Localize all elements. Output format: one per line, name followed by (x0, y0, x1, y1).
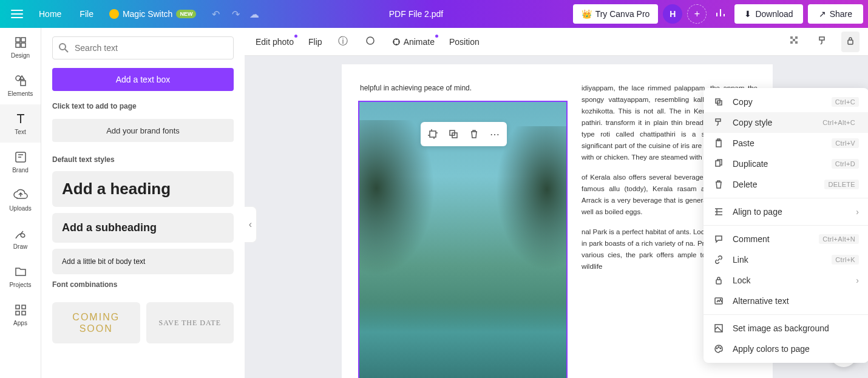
add-heading-button[interactable]: Add a heading (52, 171, 234, 207)
animate-button[interactable]: Animate (389, 33, 437, 50)
ctx-link-shortcut: Ctrl+K (832, 255, 859, 265)
ctx-align[interactable]: Align to page › (704, 201, 868, 222)
animate-icon (392, 37, 401, 47)
sidebar-uploads[interactable]: Uploads (0, 181, 41, 219)
ctx-copy-style-label: Copy style (733, 118, 810, 127)
svg-rect-26 (716, 119, 721, 121)
home-link[interactable]: Home (30, 4, 70, 24)
image-floating-toolbar: ⋯ (421, 122, 507, 146)
chevron-right-icon: › (856, 275, 859, 285)
icon-sidebar: Design Elements Text Brand Uploads Draw … (0, 28, 41, 378)
svg-rect-8 (22, 305, 25, 309)
more-button[interactable]: ⋯ (485, 124, 504, 144)
svg-point-35 (720, 348, 721, 349)
sidebar-text[interactable]: Text (0, 104, 41, 143)
palette-icon (713, 344, 724, 354)
ctx-separator (704, 314, 868, 315)
svg-rect-3 (21, 43, 25, 47)
copy-style-icon-button[interactable] (813, 32, 832, 52)
add-subheading-button[interactable]: Add a subheading (52, 213, 234, 243)
try-pro-button[interactable]: 👑 Try Canva Pro (573, 4, 659, 24)
click-text-label: Click text to add to page (52, 102, 234, 110)
sidebar-apps[interactable]: Apps (0, 295, 41, 334)
svg-rect-29 (716, 161, 720, 166)
crop-button[interactable] (423, 124, 442, 144)
top-bar: Home File Magic Switch NEW ↶ ↷ ☁ PDF Fil… (0, 0, 868, 28)
hide-panel-tab[interactable]: ‹ (245, 206, 257, 243)
sidebar-draw[interactable]: Draw (0, 219, 41, 257)
ctx-paste[interactable]: Paste Ctrl+V (704, 133, 868, 154)
sidebar-text-label: Text (15, 129, 25, 135)
menu-button[interactable] (5, 4, 29, 24)
flip-button[interactable]: Flip (306, 33, 325, 50)
cloud-sync-icon[interactable]: ☁ (249, 8, 259, 20)
sidebar-elements[interactable]: Elements (0, 66, 41, 104)
ctx-copy-style[interactable]: Copy style Ctrl+Alt+C (704, 112, 868, 133)
share-label: Share (830, 9, 852, 19)
canvas-area: Edit photo Flip ⓘ Animate Position (245, 28, 868, 378)
svg-rect-17 (790, 41, 793, 44)
combo-save-date-text: SAVE THE DATE (158, 319, 221, 328)
user-avatar[interactable]: H (663, 4, 682, 24)
ctx-set-bg-label: Set image as background (733, 323, 859, 333)
undo-button[interactable]: ↶ (208, 5, 223, 24)
ctx-duplicate[interactable]: Duplicate Ctrl+D (704, 154, 868, 174)
ctx-delete-label: Delete (733, 180, 816, 189)
download-label: Download (755, 9, 793, 19)
document-title[interactable]: PDF File 2.pdf (262, 9, 570, 19)
transparency-button[interactable] (785, 32, 804, 52)
ctx-apply-colors[interactable]: Apply colors to page (704, 339, 868, 359)
add-text-box-button[interactable]: Add a text box (52, 68, 234, 91)
crown-icon: 👑 (581, 9, 592, 19)
svg-point-33 (716, 348, 717, 349)
edit-photo-button[interactable]: Edit photo (253, 33, 296, 50)
background-icon (713, 323, 724, 333)
position-button[interactable]: Position (447, 33, 482, 50)
ctx-delete-shortcut: DELETE (824, 180, 859, 189)
effects-button[interactable] (361, 32, 379, 52)
topbar-right: 👑 Try Canva Pro H + ⬇ Download ↗ Share (573, 4, 863, 24)
redo-button[interactable]: ↷ (228, 5, 243, 24)
ctx-apply-colors-label: Apply colors to page (733, 344, 859, 354)
main-area: Design Elements Text Brand Uploads Draw … (0, 28, 868, 378)
sidebar-uploads-label: Uploads (9, 205, 32, 212)
brand-fonts-button[interactable]: Add your brand fonts (52, 119, 234, 142)
search-input[interactable] (52, 36, 234, 59)
file-menu[interactable]: File (71, 4, 102, 24)
ctx-copy-label: Copy (733, 97, 823, 107)
share-button[interactable]: ↗ Share (808, 4, 863, 24)
svg-rect-2 (16, 43, 20, 47)
ctx-delete[interactable]: Delete DELETE (704, 174, 868, 195)
combo-coming-soon-text: COMINGSOON (72, 311, 120, 334)
download-button[interactable]: ⬇ Download (734, 4, 802, 24)
ctx-copy[interactable]: Copy Ctrl+C (704, 92, 868, 112)
ctx-comment[interactable]: Comment Ctrl+Alt+N (704, 229, 868, 249)
ctx-link[interactable]: Link Ctrl+K (704, 249, 868, 270)
info-button[interactable]: ⓘ (334, 32, 351, 52)
combo-coming-soon[interactable]: COMINGSOON (52, 302, 140, 343)
new-indicator-dot (435, 35, 438, 38)
ctx-paste-shortcut: Ctrl+V (832, 138, 859, 148)
ctx-separator (704, 198, 868, 198)
ctx-lock[interactable]: Lock › (704, 270, 868, 291)
duplicate-icon-button[interactable] (444, 124, 463, 144)
paste-icon (713, 138, 724, 148)
combo-save-date[interactable]: SAVE THE DATE (146, 302, 234, 343)
delete-icon-button[interactable] (464, 124, 484, 144)
lock-button[interactable] (841, 32, 860, 52)
ctx-alt-text[interactable]: Alternative text (704, 291, 868, 311)
apps-icon (13, 303, 28, 317)
add-collaborator-button[interactable]: + (687, 4, 707, 24)
sidebar-brand[interactable]: Brand (0, 143, 41, 181)
duplicate-icon (713, 159, 724, 169)
sidebar-projects[interactable]: Projects (0, 257, 41, 295)
add-body-text-button[interactable]: Add a little bit of body text (52, 249, 234, 274)
ctx-set-background[interactable]: Set image as background (704, 318, 868, 339)
analytics-icon[interactable] (711, 4, 730, 24)
svg-rect-9 (16, 311, 19, 315)
svg-point-12 (367, 37, 374, 44)
sidebar-design[interactable]: Design (0, 28, 41, 66)
new-badge: NEW (176, 10, 196, 18)
svg-rect-10 (22, 311, 25, 315)
magic-switch-button[interactable]: Magic Switch NEW (103, 5, 202, 22)
